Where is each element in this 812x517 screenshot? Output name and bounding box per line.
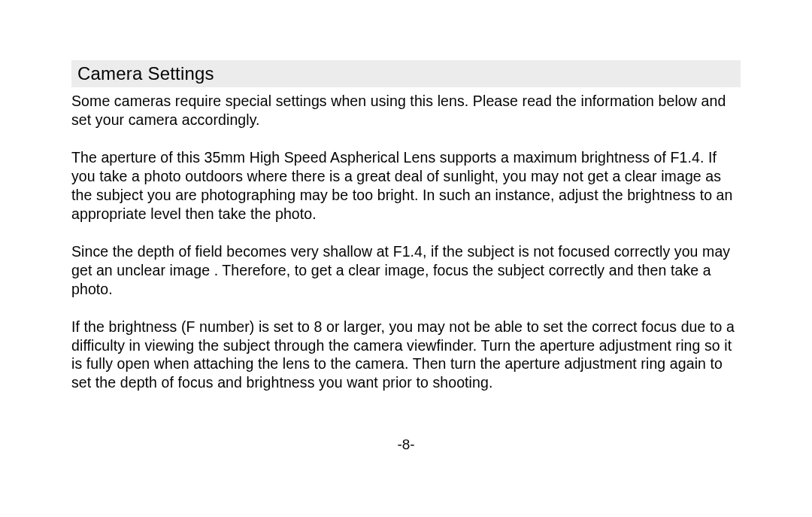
page-number: -8- <box>0 436 812 453</box>
body-text-container: Some cameras require special settings wh… <box>71 92 741 392</box>
paragraph-3: Since the depth of field becomes very sh… <box>71 242 741 299</box>
paragraph-2: The aperture of this 35mm High Speed Asp… <box>71 148 741 224</box>
paragraph-1: Some cameras require special settings wh… <box>71 92 741 129</box>
section-heading-bar: Camera Settings <box>71 60 741 87</box>
paragraph-4: If the brightness (F number) is set to 8… <box>71 318 741 393</box>
section-heading: Camera Settings <box>77 63 735 84</box>
